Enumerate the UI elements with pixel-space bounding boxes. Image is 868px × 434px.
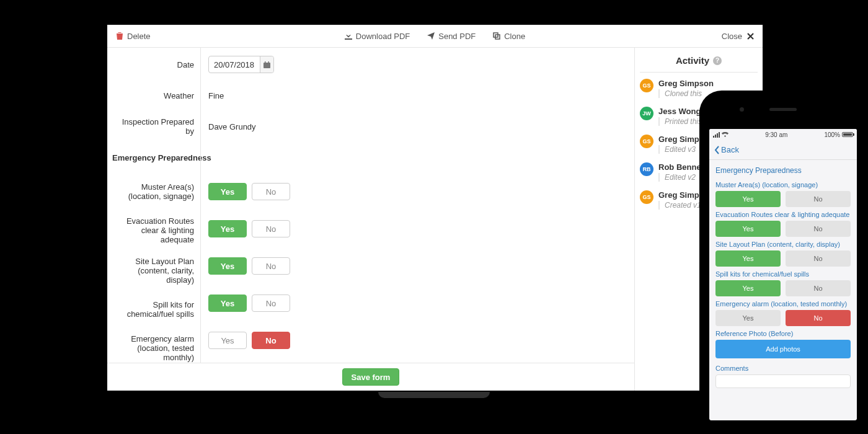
phone-toggle-yes[interactable]: Yes	[715, 280, 781, 296]
label-alarm: Emergency alarm (location, tested monthl…	[113, 334, 194, 362]
delete-label: Delete	[127, 32, 151, 41]
send-pdf-label: Send PDF	[438, 32, 476, 41]
phone-toggle-no[interactable]: No	[786, 310, 851, 326]
phone-item-label: Muster Area(s) (location, signage)	[715, 181, 851, 188]
prepared-by-value: Dave Grundy	[208, 122, 256, 131]
toggle-layout: Yes No	[208, 257, 290, 275]
phone-time: 9:30 am	[765, 131, 787, 138]
phone-toggle: YesNo	[715, 250, 851, 267]
avatar: JW	[640, 107, 653, 120]
wifi-icon	[722, 132, 728, 137]
svg-rect-4	[268, 61, 270, 63]
delete-button[interactable]: Delete	[116, 32, 151, 41]
phone-toggle-no[interactable]: No	[786, 250, 851, 267]
toggle-alarm-no[interactable]: No	[252, 332, 290, 349]
download-icon	[345, 32, 352, 40]
label-prepared-by: Inspection Prepared by	[113, 117, 194, 136]
form-area: Date Weather Inspection Prepared by Emer…	[107, 48, 634, 391]
labels-column: Date Weather Inspection Prepared by Emer…	[107, 48, 200, 363]
toggle-spill-no[interactable]: No	[252, 294, 290, 312]
signal-icon	[713, 132, 720, 138]
fields-column: 20/07/2018 Fine Dave Grundy Yes No	[200, 48, 634, 363]
send-icon	[427, 32, 435, 40]
label-date: Date	[113, 55, 194, 74]
phone-toggle: YesNo	[715, 191, 851, 207]
phone-toggle-yes[interactable]: Yes	[715, 221, 781, 237]
app-window: Delete Download PDF Send PDF Clone Close	[107, 25, 763, 391]
date-input[interactable]: 20/07/2018	[208, 56, 274, 73]
activity-title: Activity ?	[640, 55, 758, 66]
avatar: GS	[640, 135, 653, 148]
date-value: 20/07/2018	[214, 60, 254, 69]
svg-rect-2	[264, 63, 270, 68]
phone-toggle: YesNo	[715, 310, 851, 326]
label-muster: Muster Area(s) (location, signage)	[113, 179, 194, 204]
toolbar: Delete Download PDF Send PDF Clone Close	[107, 25, 763, 48]
phone-ref-photo-label: Reference Photo (Before)	[715, 330, 851, 337]
toggle-muster-no[interactable]: No	[252, 183, 290, 200]
save-form-button[interactable]: Save form	[342, 368, 400, 386]
clone-icon	[493, 32, 500, 40]
toggle-layout-yes[interactable]: Yes	[208, 257, 247, 275]
avatar: GS	[640, 79, 653, 92]
activity-meta: Printed this	[658, 117, 702, 126]
toggle-muster-yes[interactable]: Yes	[208, 183, 247, 200]
phone-add-photos-button[interactable]: Add photos	[715, 340, 851, 358]
toggle-alarm-yes[interactable]: Yes	[208, 332, 247, 349]
phone-toggle-yes[interactable]: Yes	[715, 250, 781, 267]
toggle-alarm: Yes No	[208, 332, 290, 349]
phone-item-label: Emergency alarm (location, tested monthl…	[715, 300, 851, 308]
phone-speaker	[769, 108, 797, 111]
activity-user: Jess Wong	[658, 107, 702, 116]
trash-icon	[116, 32, 123, 40]
label-layout: Site Layout Plan (content, clarity, disp…	[113, 257, 194, 285]
phone-comments-input[interactable]	[715, 374, 851, 388]
phone-toggle: YesNo	[715, 221, 851, 237]
form-footer: Save form	[107, 363, 634, 391]
phone-item-label: Spill kits for chemical/fuel spills	[715, 270, 851, 278]
close-button[interactable]: Close	[722, 32, 754, 41]
phone-comments-label: Comments	[715, 365, 851, 372]
phone-content: Emergency Preparedness Muster Area(s) (l…	[709, 160, 857, 388]
battery-icon	[842, 132, 853, 137]
phone-screen: 9:30 am 100% Back Emergency Preparedness…	[709, 129, 857, 420]
phone-battery-pct: 100%	[824, 131, 840, 138]
phone-camera	[740, 107, 744, 112]
phone-toggle-no[interactable]: No	[786, 191, 851, 207]
phone-toggle-no[interactable]: No	[786, 221, 851, 237]
section-heading: Emergency Preparedness	[112, 148, 194, 167]
label-weather: Weather	[113, 86, 194, 105]
avatar: GS	[640, 190, 653, 204]
toggle-spill: Yes No	[208, 294, 290, 312]
download-pdf-button[interactable]: Download PDF	[345, 32, 410, 41]
toggle-layout-no[interactable]: No	[252, 257, 290, 275]
phone-frame: 9:30 am 100% Back Emergency Preparedness…	[699, 91, 867, 430]
chevron-left-icon	[714, 146, 720, 154]
phone-item-label: Site Layout Plan (content, clarity, disp…	[715, 241, 851, 248]
phone-back-button[interactable]: Back	[714, 145, 739, 154]
toggle-evac-yes[interactable]: Yes	[208, 220, 247, 237]
help-icon[interactable]: ?	[713, 56, 722, 65]
toggle-muster: Yes No	[208, 183, 290, 200]
avatar: RB	[640, 162, 653, 176]
clone-label: Clone	[504, 32, 525, 41]
phone-toggle-yes[interactable]: Yes	[715, 310, 781, 326]
send-pdf-button[interactable]: Send PDF	[427, 32, 476, 41]
phone-item-label: Evacuation Routes clear & lighting adequ…	[715, 211, 851, 218]
phone-navbar: Back	[709, 140, 857, 160]
phone-toggle-yes[interactable]: Yes	[715, 191, 781, 207]
close-label: Close	[722, 32, 742, 41]
phone-section-heading: Emergency Preparedness	[715, 166, 851, 175]
toggle-spill-yes[interactable]: Yes	[208, 294, 247, 312]
clone-button[interactable]: Clone	[493, 32, 525, 41]
toggle-evac: Yes No	[208, 220, 290, 237]
phone-toggle-no[interactable]: No	[786, 280, 851, 296]
close-icon	[747, 33, 754, 40]
activity-user: Greg Simpson	[658, 79, 714, 88]
phone-toggle: YesNo	[715, 280, 851, 296]
label-evac: Evacuation Routes clear & lighting adequ…	[113, 216, 194, 244]
calendar-icon[interactable]	[260, 56, 273, 73]
phone-statusbar: 9:30 am 100%	[709, 129, 857, 140]
toggle-evac-no[interactable]: No	[252, 220, 290, 237]
label-spill: Spill kits for chemical/fuel spills	[113, 297, 194, 322]
